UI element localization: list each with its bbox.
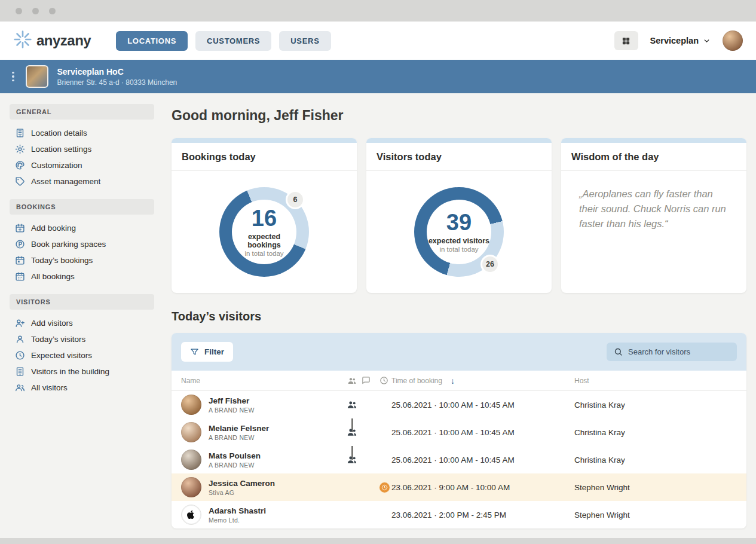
search-input[interactable] [628,347,730,356]
window-maximize-button[interactable] [49,8,56,14]
sidebar-item-label: All visitors [31,383,68,392]
sidebar-item-todays-visitors[interactable]: Today’s visitors [10,331,154,347]
bookings-badge: 6 [287,192,303,207]
window-bottom-edge [0,538,756,544]
tab-customers[interactable]: CUSTOMERS [195,31,271,51]
location-thumbnail [26,65,48,88]
sidebar-section-bookings: BOOKINGS [10,199,154,215]
table-row[interactable]: Melanie Felsner A BRAND NEW 25.06.2021 ·… [172,418,746,446]
filter-button[interactable]: Filter [181,342,233,362]
visitors-label: expected visitors [428,237,489,245]
location-info: Serviceplan HoC Brienner Str. 45 a-d · 8… [57,67,177,87]
visitor-cell: Adarsh Shastri Memo Ltd. [181,505,342,525]
visitor-name: Adarsh Shastri [209,506,266,515]
sidebar-item-label: Location details [31,129,87,137]
account-menu[interactable]: Serviceplan [650,36,711,45]
window-titlebar [0,0,756,22]
group-booking-icon [342,427,362,438]
sidebar-item-label: All bookings [31,272,75,281]
column-header-time-of-booking[interactable]: Time of booking [391,377,442,385]
table-toolbar: Filter [172,333,746,371]
column-header-host[interactable]: Host [564,377,737,385]
booking-host: Christina Kray [564,401,737,409]
kebab-menu-icon[interactable] [10,69,17,84]
visitors-badge: 26 [482,256,498,272]
window-minimize-button[interactable] [32,8,39,14]
sort-descending-icon[interactable]: ↓ [451,376,455,386]
sidebar-item-customization[interactable]: Customization [10,157,154,173]
page-title: Good morning, Jeff Fisher [172,108,746,124]
parking-icon [15,239,25,249]
dashboard-cards: Bookings today 16 expected bookings in t… [172,138,746,293]
window-close-button[interactable] [16,8,22,14]
location-name: Serviceplan HoC [57,67,177,77]
apple-logo-avatar [181,505,201,525]
booking-time: 23.06.2021 · 9:00 AM - 10:00 AM [391,483,564,492]
sidebar-item-add-booking[interactable]: Add booking [10,220,154,236]
sidebar-item-label: Visitors in the building [31,367,109,376]
starburst-logo-icon [13,30,32,51]
chat-column-icon [362,376,379,385]
visitor-cell: Jeff Fisher A BRAND NEW [181,395,342,415]
sidebar-item-visitors-in-the-building[interactable]: Visitors in the building [10,363,154,380]
brand-name: anyzany [36,32,91,49]
user-avatar[interactable] [723,30,743,51]
sidebar-item-asset-management[interactable]: Asset management [10,173,154,190]
group-booking-icon [342,399,362,410]
visitor-avatar [181,422,201,442]
sidebar-item-all-visitors[interactable]: All visitors [10,380,154,396]
visitor-company: A BRAND NEW [209,462,261,469]
tab-locations[interactable]: LOCATIONS [116,31,188,51]
visitor-company: Stiva AG [209,489,275,496]
table-row[interactable]: Adarsh Shastri Memo Ltd. 23.06.2021 · 2:… [172,501,746,528]
booking-time: 23.06.2021 · 2:00 PM - 2:45 PM [391,511,564,519]
sidebar-item-expected-visitors[interactable]: Expected visitors [10,347,154,363]
visitor-name: Mats Poulsen [209,451,261,460]
sidebar-item-label: Expected visitors [31,351,92,360]
table-row[interactable]: Jeff Fisher A BRAND NEW 25.06.2021 · 10:… [172,391,746,418]
search-box[interactable] [607,343,737,361]
visitor-name: Jessica Cameron [209,479,275,488]
sidebar-item-all-bookings[interactable]: All bookings [10,268,154,285]
sidebar-item-label: Add visitors [31,319,73,328]
booking-time: 25.06.2021 · 10:00 AM - 10:45 AM [391,456,564,464]
bookings-today-card: Bookings today 16 expected bookings in t… [172,138,357,293]
calendar-plus-icon [15,223,25,233]
apps-grid-icon [622,36,630,45]
bookings-label: expected bookings [232,233,296,249]
visitor-cell: Melanie Felsner A BRAND NEW [181,422,342,442]
column-header-name[interactable]: Name [181,377,342,385]
visitors-donut-chart: 39 expected visitors in total today 26 [414,187,504,277]
sidebar-item-label: Location settings [31,145,91,154]
visitor-name: Melanie Felsner [209,424,269,433]
filter-button-label: Filter [204,347,224,356]
tag-icon [15,176,25,187]
booking-host: Stephen Wright [564,483,737,492]
booking-time: 25.06.2021 · 10:00 AM - 10:45 AM [391,428,564,437]
person-icon [15,334,25,344]
table-row-highlighted[interactable]: Jessica Cameron Stiva AG 23.06.2021 · 9:… [172,473,746,501]
late-clock-alert-icon [379,482,390,493]
sidebar-item-label: Today’s bookings [31,256,93,265]
visitors-sublabel: in total today [439,246,478,253]
visitors-count: 39 [446,211,472,235]
sidebar-item-location-details[interactable]: Location details [10,125,154,141]
visitor-company: Memo Ltd. [209,517,266,524]
sidebar-item-book-parking-spaces[interactable]: Book parking spaces [10,236,154,252]
search-icon [614,347,623,356]
tab-users[interactable]: USERS [279,31,330,51]
topnav-right: Serviceplan [614,30,743,51]
sidebar-item-add-visitors[interactable]: Add visitors [10,315,154,331]
person-plus-icon [15,318,25,328]
sidebar-item-label: Book parking spaces [31,240,106,249]
app-logo[interactable]: anyzany [13,30,91,51]
booking-host: Stephen Wright [564,511,737,519]
wisdom-card: Wisdom of the day „Aeroplanes can fly fa… [561,138,746,293]
table-row[interactable]: Mats Poulsen A BRAND NEW 25.06.2021 · 10… [172,446,746,473]
sidebar-item-todays-bookings[interactable]: Today’s bookings [10,252,154,268]
bookings-donut-chart: 16 expected bookings in total today 6 [219,187,309,277]
apps-grid-button[interactable] [614,31,638,50]
group-column-icon [342,376,362,386]
sidebar-item-location-settings[interactable]: Location settings [10,141,154,157]
bookings-card-title: Bookings today [172,143,357,171]
